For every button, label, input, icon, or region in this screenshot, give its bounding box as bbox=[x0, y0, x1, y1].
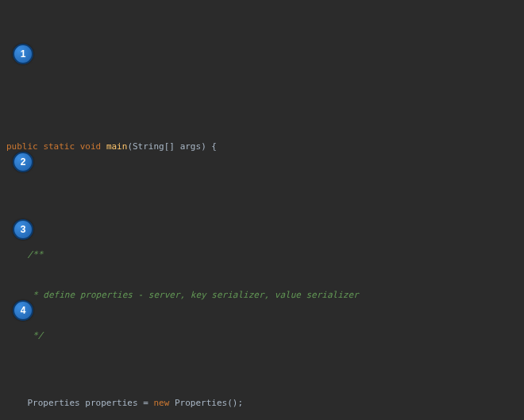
kw-void: void bbox=[80, 141, 102, 152]
step-marker-3: 3 bbox=[13, 219, 33, 240]
step-marker-2-num: 2 bbox=[21, 156, 26, 169]
method-signature: public static void main(String[] args) { bbox=[6, 140, 518, 153]
blank-line bbox=[6, 180, 518, 194]
step-marker-1-num: 1 bbox=[21, 48, 26, 61]
step-marker-3-num: 3 bbox=[21, 223, 26, 237]
props-decl: Properties properties = new Properties()… bbox=[6, 396, 518, 410]
doc1-body: * define properties - server, key serial… bbox=[6, 288, 518, 302]
step-marker-1: 1 bbox=[13, 44, 33, 64]
doc1-open: /** bbox=[6, 248, 518, 261]
method-name: main bbox=[106, 141, 128, 152]
code-editor: 1 2 3 4 public static void main(String[]… bbox=[0, 0, 524, 420]
step-marker-4: 4 bbox=[13, 300, 33, 321]
kw-public: public bbox=[6, 141, 38, 152]
step-marker-2: 2 bbox=[13, 152, 33, 172]
arg-name: args bbox=[180, 141, 202, 152]
kw-static: static bbox=[43, 141, 75, 152]
doc1-close: */ bbox=[6, 329, 518, 342]
arg-type: String bbox=[133, 141, 164, 152]
step-marker-4-num: 4 bbox=[21, 304, 26, 318]
